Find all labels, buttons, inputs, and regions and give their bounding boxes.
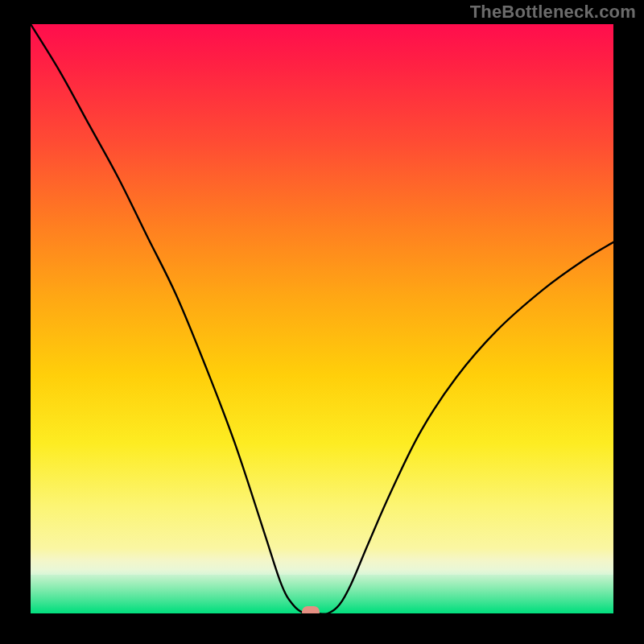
curve-svg (31, 24, 613, 613)
plot-area (31, 24, 613, 613)
chart-frame: TheBottleneck.com (0, 0, 644, 644)
watermark-text: TheBottleneck.com (470, 2, 636, 23)
bottleneck-curve-line (31, 24, 613, 613)
optimal-point-marker (302, 606, 320, 613)
